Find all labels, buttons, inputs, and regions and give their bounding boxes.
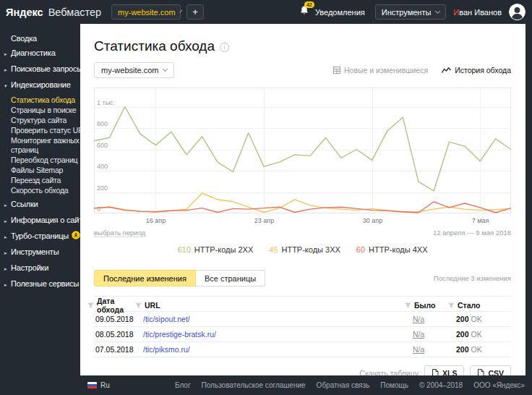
after-status-text: OK <box>471 315 482 323</box>
footer-link-user-agreement[interactable]: Пользовательское соглашение <box>202 381 306 389</box>
footer: Ru Блог Пользовательское соглашение Обра… <box>0 375 532 395</box>
sidebar-subitem-check-url-status[interactable]: Проверить статус URL <box>11 126 80 135</box>
legend-item-4xx: 60 HTTP-коды 4XX <box>356 245 428 254</box>
after-status-text: OK <box>471 345 482 354</box>
tools-label: Инструменты <box>382 8 432 17</box>
sidebar-item-tools[interactable]: ▸ Инструменты <box>4 247 80 258</box>
expand-arrow-icon: ▸ <box>4 231 11 242</box>
after-status-text: OK <box>471 330 482 339</box>
sidebar-item-links[interactable]: ▸ Ссылки <box>4 199 80 211</box>
column-header-after[interactable]: Стало <box>456 301 511 310</box>
legend-value-3xx: 45 <box>269 245 278 254</box>
toggle-new-and-changed[interactable]: Новые и изменившиеся <box>333 66 428 75</box>
footer-copyright: © 2004–2018 <box>419 381 463 389</box>
filter-funnel-icon[interactable] <box>405 302 411 309</box>
language-selector[interactable]: Ru <box>87 381 110 389</box>
crawl-date: 07.05.2018 <box>95 345 143 354</box>
toggle-crawl-history[interactable]: История обхода <box>442 66 511 75</box>
expand-arrow-icon: ▸ <box>4 263 11 274</box>
sidebar-item-label: Сводка <box>11 33 37 43</box>
sidebar-item-label: Поисковые запросы <box>11 64 82 75</box>
filter-funnel-icon[interactable] <box>448 302 455 309</box>
sidebar-subitem-important-pages-monitoring[interactable]: Мониторинг важных страниц <box>11 136 80 155</box>
legend-value-4xx: 60 <box>356 245 365 254</box>
footer-link-feedback[interactable]: Обратная связь <box>317 381 370 389</box>
sidebar-item-label: Ссылки <box>11 199 38 211</box>
toggle-label: История обхода <box>455 66 511 75</box>
before-status[interactable]: N/a <box>413 315 456 323</box>
line-chart-icon <box>442 67 451 74</box>
filter-funnel-icon[interactable] <box>87 302 94 309</box>
select-period-link[interactable]: выбрать период <box>94 229 145 237</box>
sidebar-subitem-pages-in-search[interactable]: Страницы в поиске <box>11 106 80 115</box>
table-row: 09.05.2018 /tic/sipout.net/ N/a 200OK <box>94 312 511 327</box>
footer-company: ООО «Яндекс» <box>473 381 525 389</box>
sidebar-nav: Сводка ▸ Диагностика ▸ Поисковые запросы… <box>0 24 80 375</box>
sidebar-item-label: Турбо-страницы <box>11 231 69 242</box>
x-tick-label: 23 апр <box>254 217 274 224</box>
sidebar-item-useful-services[interactable]: ▸ Полезные сервисы <box>4 279 80 290</box>
add-site-button[interactable]: + <box>186 4 204 20</box>
footer-link-blog[interactable]: Блог <box>175 381 191 389</box>
chevron-down-icon <box>435 8 440 13</box>
sidebar-item-settings[interactable]: ▸ Настройки <box>4 263 80 274</box>
page-title: Статистика обхода <box>94 38 215 54</box>
logo-yandex: Яндекс <box>6 7 43 18</box>
chevron-down-icon <box>163 67 168 72</box>
y-tick-label: 800 <box>97 120 108 127</box>
sidebar-item-label: Информация о сайте <box>11 215 87 226</box>
sidebar-item-summary[interactable]: Сводка <box>4 33 80 43</box>
tools-dropdown[interactable]: Инструменты <box>375 4 447 20</box>
notifications-bell[interactable]: 42 <box>299 5 309 19</box>
tab-all-pages[interactable]: Все страницы <box>196 270 265 286</box>
sidebar-item-search-queries[interactable]: ▸ Поисковые запросы <box>4 64 80 75</box>
yandex-webmaster-logo[interactable]: Яндекс Вебмастер <box>6 7 101 18</box>
sidebar-item-indexing[interactable]: ▾ Индексирование <box>4 80 80 91</box>
site-filter-dropdown[interactable]: my-website.com <box>94 62 174 78</box>
user-name[interactable]: Иван Иванов <box>453 8 502 17</box>
sidebar-subitem-crawl-stats[interactable]: Статистика обхода <box>11 95 80 105</box>
filter-funnel-icon[interactable] <box>135 302 142 309</box>
url-link[interactable]: /tic/piksmo.ru/ <box>143 345 190 354</box>
notifications-label[interactable]: Уведомления <box>315 8 365 17</box>
top-bar: Яндекс Вебмастер my-website.com + 42 Уве… <box>0 0 532 24</box>
before-status[interactable]: N/a <box>413 345 456 354</box>
after-status-code: 200 <box>456 330 469 339</box>
user-avatar[interactable] <box>509 4 525 20</box>
column-label: Было <box>414 301 435 310</box>
sidebar-item-turbo-pages[interactable]: ▸ Турбо-страницы <box>4 231 80 242</box>
site-selector-value: my-website.com <box>118 8 175 17</box>
legend-value-2xx: 610 <box>178 245 191 254</box>
sidebar-item-diagnostics[interactable]: ▸ Диагностика <box>4 48 80 59</box>
sidebar-item-label: Диагностика <box>11 48 56 59</box>
changes-count-note: Последние 3 изменения <box>434 274 511 282</box>
x-tick-label: 16 апр <box>146 217 166 224</box>
y-tick-label: 200 <box>97 184 108 192</box>
footer-link-help[interactable]: Помощь <box>380 381 408 389</box>
sidebar-item-site-info[interactable]: ▸ Информация о сайте <box>4 215 80 226</box>
indexing-submenu: Статистика обхода Страницы в поиске Стру… <box>11 95 80 195</box>
site-selector-dropdown[interactable]: my-website.com <box>111 4 181 20</box>
sidebar-subitem-recrawl-pages[interactable]: Переобход страниц <box>11 156 80 165</box>
sidebar-subitem-sitemap-files[interactable]: Файлы Sitemap <box>11 166 80 175</box>
legend-label-3xx: HTTP-коды 3XX <box>281 245 340 254</box>
sidebar-subitem-site-structure[interactable]: Структура сайта <box>11 116 80 125</box>
info-icon[interactable]: i <box>220 43 229 52</box>
expand-arrow-icon: ▸ <box>4 279 11 290</box>
tab-recent-changes[interactable]: Последние изменения <box>94 270 196 286</box>
url-link[interactable]: /tic/sipout.net/ <box>143 315 190 323</box>
series-line-HTTP-коды 3XX <box>94 193 511 213</box>
sidebar-subitem-crawl-speed[interactable]: Скорость обхода <box>11 186 80 195</box>
url-link[interactable]: /tic/prestige-bratsk.ru/ <box>143 330 216 339</box>
main-content-panel: Статистика обхода i my-website.com Новые… <box>80 24 525 375</box>
before-status[interactable]: N/a <box>413 330 456 339</box>
sidebar-subitem-site-move[interactable]: Переезд сайта <box>11 176 80 185</box>
expand-arrow-icon: ▸ <box>4 215 11 226</box>
collapse-arrow-icon: ▾ <box>4 80 11 91</box>
expand-arrow-icon: ▸ <box>4 199 11 211</box>
chart-period-label: 12 апреля — 9 мая 2018 <box>433 229 511 237</box>
legend-item-3xx: 45 HTTP-коды 3XX <box>269 245 340 254</box>
table-header-row: Дата обхода URL Было Стало <box>94 297 511 312</box>
table-row: 08.05.2018 /tic/prestige-bratsk.ru/ N/a … <box>94 327 511 342</box>
column-header-url[interactable]: URL <box>143 301 413 310</box>
